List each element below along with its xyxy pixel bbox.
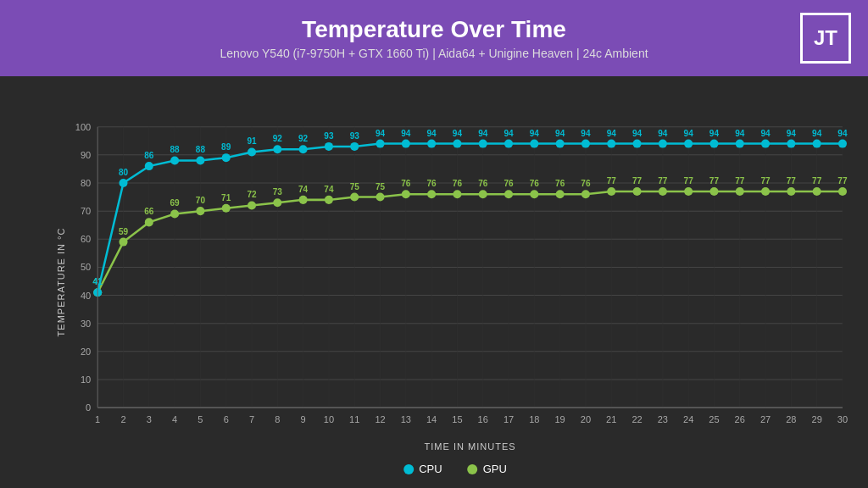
svg-point-201 bbox=[838, 140, 847, 148]
svg-point-93 bbox=[222, 204, 231, 213]
svg-point-135 bbox=[761, 187, 770, 196]
svg-text:50: 50 bbox=[81, 262, 91, 272]
svg-text:76: 76 bbox=[401, 179, 411, 188]
svg-text:21: 21 bbox=[606, 414, 616, 424]
svg-point-101 bbox=[325, 196, 333, 204]
svg-point-151 bbox=[196, 156, 204, 164]
svg-text:88: 88 bbox=[196, 145, 206, 154]
svg-text:94: 94 bbox=[658, 129, 668, 138]
svg-point-87 bbox=[145, 218, 153, 226]
svg-text:80: 80 bbox=[119, 168, 129, 177]
svg-text:94: 94 bbox=[504, 129, 514, 138]
svg-text:76: 76 bbox=[530, 179, 540, 188]
logo: JT bbox=[800, 13, 851, 64]
svg-text:2: 2 bbox=[120, 414, 125, 424]
svg-text:94: 94 bbox=[812, 129, 822, 138]
svg-text:77: 77 bbox=[632, 176, 643, 186]
svg-point-117 bbox=[530, 190, 538, 198]
svg-text:28: 28 bbox=[786, 414, 796, 424]
svg-text:91: 91 bbox=[247, 136, 257, 146]
svg-point-195 bbox=[761, 140, 770, 148]
svg-point-163 bbox=[350, 142, 359, 151]
svg-text:4: 4 bbox=[172, 414, 177, 424]
svg-text:76: 76 bbox=[581, 179, 591, 188]
svg-text:94: 94 bbox=[837, 129, 848, 138]
svg-text:66: 66 bbox=[144, 207, 154, 216]
svg-text:12: 12 bbox=[375, 414, 385, 424]
svg-text:26: 26 bbox=[735, 414, 745, 424]
svg-text:17: 17 bbox=[504, 414, 514, 424]
svg-point-123 bbox=[607, 187, 615, 196]
svg-point-169 bbox=[427, 140, 436, 148]
chart-title: Temperature Over Time bbox=[68, 16, 800, 43]
svg-point-89 bbox=[170, 209, 179, 218]
svg-text:75: 75 bbox=[376, 182, 386, 191]
svg-point-175 bbox=[504, 140, 513, 148]
svg-text:74: 74 bbox=[324, 185, 334, 194]
svg-point-177 bbox=[530, 140, 538, 148]
svg-text:30: 30 bbox=[837, 414, 848, 424]
svg-text:77: 77 bbox=[812, 176, 822, 186]
svg-text:15: 15 bbox=[452, 414, 462, 424]
svg-text:13: 13 bbox=[401, 414, 411, 424]
svg-text:40: 40 bbox=[81, 291, 91, 301]
svg-point-171 bbox=[453, 140, 461, 148]
svg-point-161 bbox=[325, 142, 333, 151]
svg-point-131 bbox=[709, 187, 718, 196]
svg-point-107 bbox=[402, 190, 410, 198]
svg-text:1: 1 bbox=[95, 414, 100, 424]
svg-text:6: 6 bbox=[224, 414, 229, 424]
svg-text:10: 10 bbox=[324, 414, 334, 424]
chart-subtitle: Lenovo Y540 (i7-9750H + GTX 1660 Ti) | A… bbox=[68, 47, 800, 60]
svg-point-105 bbox=[376, 193, 384, 202]
svg-point-111 bbox=[453, 190, 461, 198]
svg-text:92: 92 bbox=[298, 134, 309, 143]
svg-point-99 bbox=[299, 196, 308, 204]
gpu-legend-label: GPU bbox=[483, 463, 507, 475]
svg-text:93: 93 bbox=[324, 131, 334, 141]
legend-gpu: GPU bbox=[468, 463, 507, 475]
cpu-legend-label: CPU bbox=[419, 463, 442, 475]
svg-text:77: 77 bbox=[760, 176, 771, 186]
svg-point-125 bbox=[633, 187, 642, 196]
svg-point-137 bbox=[787, 187, 795, 196]
svg-text:94: 94 bbox=[735, 129, 745, 138]
svg-text:88: 88 bbox=[170, 145, 181, 154]
svg-text:94: 94 bbox=[427, 129, 437, 138]
svg-text:10: 10 bbox=[81, 374, 91, 385]
svg-text:94: 94 bbox=[632, 129, 643, 138]
gpu-legend-dot bbox=[468, 464, 478, 474]
svg-text:23: 23 bbox=[658, 414, 668, 424]
svg-point-173 bbox=[479, 140, 487, 148]
svg-text:7: 7 bbox=[249, 414, 254, 424]
svg-text:72: 72 bbox=[247, 190, 257, 199]
cpu-legend-dot bbox=[403, 464, 414, 474]
svg-text:71: 71 bbox=[221, 193, 231, 202]
svg-point-193 bbox=[736, 140, 744, 148]
svg-point-197 bbox=[787, 140, 795, 148]
svg-text:94: 94 bbox=[581, 129, 591, 138]
svg-text:20: 20 bbox=[81, 347, 91, 357]
svg-point-97 bbox=[273, 198, 281, 207]
header: Temperature Over Time Lenovo Y540 (i7-97… bbox=[0, 0, 868, 76]
svg-text:70: 70 bbox=[196, 196, 206, 205]
svg-text:11: 11 bbox=[349, 414, 359, 424]
svg-text:94: 94 bbox=[607, 129, 617, 138]
svg-text:94: 94 bbox=[376, 129, 386, 138]
svg-text:94: 94 bbox=[401, 129, 411, 138]
svg-point-121 bbox=[581, 190, 590, 198]
svg-text:60: 60 bbox=[81, 234, 91, 244]
svg-point-149 bbox=[170, 156, 179, 164]
svg-point-119 bbox=[556, 190, 565, 198]
svg-point-189 bbox=[684, 140, 693, 148]
svg-text:94: 94 bbox=[684, 129, 694, 138]
svg-point-185 bbox=[633, 140, 642, 148]
svg-point-191 bbox=[709, 140, 718, 148]
svg-text:94: 94 bbox=[760, 129, 771, 138]
svg-text:77: 77 bbox=[837, 176, 848, 186]
svg-point-141 bbox=[838, 187, 847, 196]
svg-point-183 bbox=[607, 140, 615, 148]
svg-point-127 bbox=[659, 187, 667, 196]
svg-point-133 bbox=[736, 187, 744, 196]
chart-area: TEMPERATURE IN °C 0102030405060708090100… bbox=[0, 76, 868, 488]
